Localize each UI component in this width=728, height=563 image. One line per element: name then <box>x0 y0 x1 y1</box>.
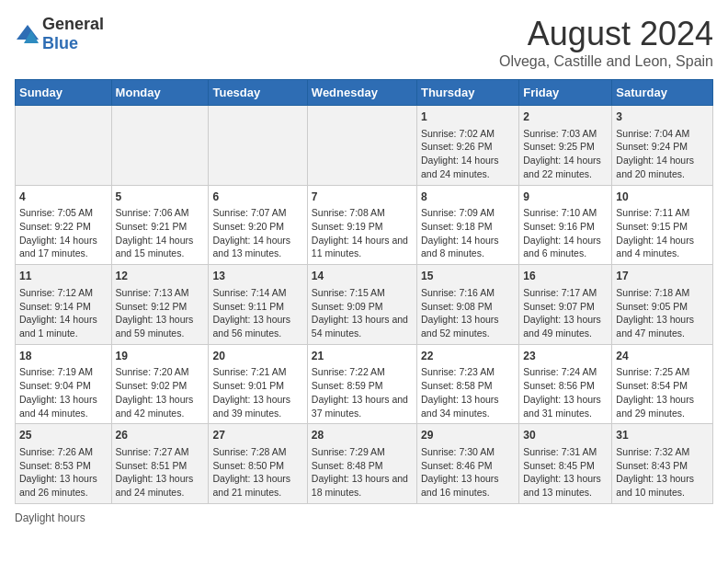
calendar-cell <box>307 106 416 186</box>
sunset: Sunset: 8:58 PM <box>421 380 493 391</box>
day-number: 3 <box>616 109 709 125</box>
sunset: Sunset: 8:59 PM <box>312 380 383 391</box>
sunset: Sunset: 9:02 PM <box>116 380 188 391</box>
calendar-cell: 4Sunrise: 7:05 AMSunset: 9:22 PMDaylight… <box>16 185 112 265</box>
daylight: Daylight: 13 hours and 47 minutes. <box>616 314 694 339</box>
sunrise: Sunrise: 7:21 AM <box>212 366 286 377</box>
sunrise: Sunrise: 7:04 AM <box>616 128 689 139</box>
calendar-cell: 20Sunrise: 7:21 AMSunset: 9:01 PMDayligh… <box>209 344 307 424</box>
logo-general: General <box>42 15 104 33</box>
day-number: 24 <box>616 349 709 364</box>
day-number: 1 <box>421 109 515 125</box>
calendar-cell <box>16 106 112 186</box>
daylight: Daylight: 13 hours and 18 minutes. <box>312 473 408 498</box>
sunset: Sunset: 9:15 PM <box>616 221 688 232</box>
sunset: Sunset: 8:45 PM <box>523 460 595 471</box>
sunrise: Sunrise: 7:13 AM <box>116 287 189 298</box>
day-number: 30 <box>523 428 608 443</box>
daylight: Daylight: 13 hours and 42 minutes. <box>116 394 194 419</box>
sunset: Sunset: 9:08 PM <box>421 301 493 312</box>
sunrise: Sunrise: 7:22 AM <box>312 366 385 377</box>
sunrise: Sunrise: 7:24 AM <box>523 366 597 377</box>
day-number: 17 <box>616 269 709 284</box>
daylight: Daylight: 13 hours and 44 minutes. <box>19 394 97 419</box>
calendar-cell: 8Sunrise: 7:09 AMSunset: 9:18 PMDaylight… <box>416 185 518 265</box>
daylight: Daylight: 13 hours and 29 minutes. <box>616 394 694 419</box>
calendar-cell: 3Sunrise: 7:04 AMSunset: 9:24 PMDaylight… <box>612 106 713 186</box>
day-number: 15 <box>421 269 515 284</box>
calendar-cell: 31Sunrise: 7:32 AMSunset: 8:43 PMDayligh… <box>612 424 713 504</box>
calendar-cell: 18Sunrise: 7:19 AMSunset: 9:04 PMDayligh… <box>16 344 112 424</box>
sunrise: Sunrise: 7:03 AM <box>523 128 597 139</box>
day-number: 22 <box>421 349 515 364</box>
header-row: SundayMondayTuesdayWednesdayThursdayFrid… <box>16 80 713 106</box>
week-row-4: 18Sunrise: 7:19 AMSunset: 9:04 PMDayligh… <box>16 344 713 424</box>
day-number: 20 <box>212 349 302 364</box>
calendar-cell <box>111 106 209 186</box>
day-number: 5 <box>116 190 205 205</box>
sunrise: Sunrise: 7:06 AM <box>116 207 189 218</box>
daylight: Daylight: 13 hours and 56 minutes. <box>212 314 290 339</box>
sunset: Sunset: 9:09 PM <box>312 301 383 312</box>
day-number: 2 <box>523 109 608 125</box>
calendar-cell: 14Sunrise: 7:15 AMSunset: 9:09 PMDayligh… <box>307 265 416 345</box>
day-header-thursday: Thursday <box>416 80 518 106</box>
calendar-cell: 1Sunrise: 7:02 AMSunset: 9:26 PMDaylight… <box>416 106 518 186</box>
daylight: Daylight: 13 hours and 39 minutes. <box>212 394 290 419</box>
sunrise: Sunrise: 7:20 AM <box>116 366 189 377</box>
sunrise: Sunrise: 7:12 AM <box>19 287 93 298</box>
sunrise: Sunrise: 7:27 AM <box>116 446 189 457</box>
daylight: Daylight: 14 hours and 22 minutes. <box>523 155 601 179</box>
sunrise: Sunrise: 7:11 AM <box>616 207 689 218</box>
daylight: Daylight: 14 hours and 8 minutes. <box>421 235 499 259</box>
sunrise: Sunrise: 7:31 AM <box>523 446 597 457</box>
sunset: Sunset: 8:51 PM <box>116 460 188 471</box>
sunrise: Sunrise: 7:18 AM <box>616 287 689 298</box>
sunset: Sunset: 8:46 PM <box>421 460 493 471</box>
sunrise: Sunrise: 7:29 AM <box>312 446 385 457</box>
sunset: Sunset: 9:07 PM <box>523 301 595 312</box>
sunset: Sunset: 9:22 PM <box>19 221 91 232</box>
day-number: 11 <box>19 269 108 284</box>
sunrise: Sunrise: 7:17 AM <box>523 287 597 298</box>
calendar-cell: 11Sunrise: 7:12 AMSunset: 9:14 PMDayligh… <box>16 265 112 345</box>
daylight: Daylight: 13 hours and 59 minutes. <box>116 314 194 339</box>
sunrise: Sunrise: 7:08 AM <box>312 207 385 218</box>
day-number: 21 <box>312 349 413 364</box>
sunset: Sunset: 9:14 PM <box>19 301 91 312</box>
daylight: Daylight: 14 hours and 4 minutes. <box>616 235 694 259</box>
day-number: 13 <box>212 269 302 284</box>
calendar-cell: 17Sunrise: 7:18 AMSunset: 9:05 PMDayligh… <box>612 265 713 345</box>
week-row-2: 4Sunrise: 7:05 AMSunset: 9:22 PMDaylight… <box>16 185 713 265</box>
day-header-monday: Monday <box>111 80 209 106</box>
daylight: Daylight: 14 hours and 24 minutes. <box>421 155 499 179</box>
sunrise: Sunrise: 7:32 AM <box>616 446 689 457</box>
title-area: August 2024 Olvega, Castille and Leon, S… <box>499 15 713 70</box>
sunset: Sunset: 9:16 PM <box>523 221 595 232</box>
calendar-cell: 22Sunrise: 7:23 AMSunset: 8:58 PMDayligh… <box>416 344 518 424</box>
sunset: Sunset: 9:26 PM <box>421 141 493 152</box>
day-number: 4 <box>19 190 108 205</box>
week-row-1: 1Sunrise: 7:02 AMSunset: 9:26 PMDaylight… <box>16 106 713 186</box>
calendar-cell: 30Sunrise: 7:31 AMSunset: 8:45 PMDayligh… <box>519 424 612 504</box>
calendar-cell: 15Sunrise: 7:16 AMSunset: 9:08 PMDayligh… <box>416 265 518 345</box>
main-title: August 2024 <box>499 15 713 53</box>
day-number: 9 <box>523 190 608 205</box>
sunset: Sunset: 9:20 PM <box>212 221 284 232</box>
calendar-cell: 21Sunrise: 7:22 AMSunset: 8:59 PMDayligh… <box>307 344 416 424</box>
sunrise: Sunrise: 7:10 AM <box>523 207 597 218</box>
sunset: Sunset: 9:19 PM <box>312 221 383 232</box>
calendar-cell: 7Sunrise: 7:08 AMSunset: 9:19 PMDaylight… <box>307 185 416 265</box>
subtitle: Olvega, Castille and Leon, Spain <box>499 53 713 70</box>
day-number: 23 <box>523 349 608 364</box>
daylight: Daylight: 14 hours and 6 minutes. <box>523 235 601 259</box>
calendar-cell: 12Sunrise: 7:13 AMSunset: 9:12 PMDayligh… <box>111 265 209 345</box>
calendar-cell: 28Sunrise: 7:29 AMSunset: 8:48 PMDayligh… <box>307 424 416 504</box>
sunrise: Sunrise: 7:14 AM <box>212 287 286 298</box>
sunset: Sunset: 9:04 PM <box>19 380 91 391</box>
daylight: Daylight: 13 hours and 37 minutes. <box>312 394 408 419</box>
day-number: 6 <box>212 190 302 205</box>
sunset: Sunset: 8:50 PM <box>212 460 284 471</box>
daylight: Daylight: 14 hours and 17 minutes. <box>19 235 97 259</box>
sunset: Sunset: 9:24 PM <box>616 141 688 152</box>
